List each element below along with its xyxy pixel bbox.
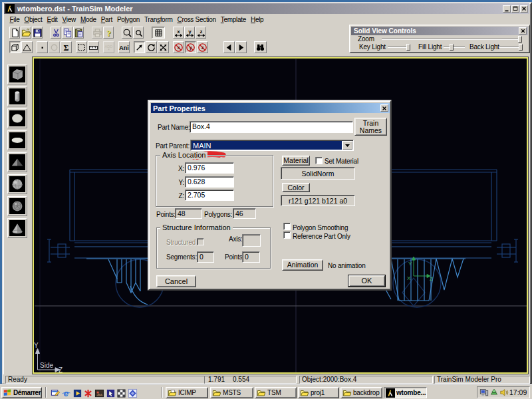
open-button[interactable] bbox=[21, 27, 31, 39]
primitive-pyramid-button[interactable] bbox=[7, 152, 27, 172]
animation-button[interactable]: Animation bbox=[282, 259, 323, 271]
titlebar[interactable]: wtombero.dst - TrainSim Modeler bbox=[4, 3, 529, 14]
key-light-slider-thumb[interactable] bbox=[406, 44, 410, 51]
menu-file[interactable]: File bbox=[7, 15, 22, 24]
tray-card-icon[interactable] bbox=[489, 388, 499, 397]
scale-button[interactable] bbox=[158, 41, 169, 53]
menu-view[interactable]: View bbox=[60, 15, 78, 24]
palette-titlebar[interactable]: Solid View Controls bbox=[351, 27, 528, 35]
primitive-cube-button[interactable] bbox=[7, 65, 27, 84]
zoom-slider-track[interactable] bbox=[382, 39, 522, 40]
part-parent-dropdown-button[interactable] bbox=[342, 141, 352, 150]
box-mode-button[interactable] bbox=[9, 41, 21, 53]
polygon-smoothing-checkbox[interactable] bbox=[283, 223, 291, 230]
quicklaunch-pattern[interactable] bbox=[116, 388, 127, 398]
palette-close-button[interactable] bbox=[519, 27, 527, 35]
ok-button[interactable]: OK bbox=[348, 275, 385, 287]
primitive-geosphere-button[interactable] bbox=[7, 196, 27, 216]
tray-volume-icon[interactable] bbox=[499, 388, 509, 397]
cut-button[interactable] bbox=[51, 27, 61, 39]
quicklaunch-image-viewer[interactable] bbox=[94, 388, 104, 398]
help-button[interactable]: ?? bbox=[103, 27, 114, 39]
lock-x-button[interactable]: x bbox=[173, 41, 184, 53]
next-part-button[interactable] bbox=[235, 41, 247, 53]
find-button[interactable] bbox=[254, 41, 267, 53]
axis-z-input[interactable]: 2.705 bbox=[185, 190, 234, 201]
add-button[interactable]: ADD bbox=[103, 41, 114, 53]
zoom-slider-thumb[interactable] bbox=[518, 36, 522, 43]
lock-z-button[interactable]: z bbox=[197, 41, 208, 53]
fill-light-slider-track[interactable] bbox=[444, 47, 465, 48]
measure-button[interactable] bbox=[88, 41, 99, 53]
menu-cross-section[interactable]: Cross Section bbox=[175, 15, 218, 24]
menu-transform[interactable]: Transform bbox=[142, 15, 175, 24]
quicklaunch-internet-explorer[interactable]: e bbox=[61, 388, 72, 398]
task-msts[interactable]: MSTS bbox=[210, 387, 253, 398]
copy-button[interactable] bbox=[62, 27, 72, 39]
cancel-button[interactable]: Cancel bbox=[156, 275, 196, 287]
grid-button[interactable] bbox=[152, 27, 165, 39]
train-names-button[interactable]: Train Names bbox=[354, 118, 387, 136]
primitive-disk-button[interactable] bbox=[7, 130, 27, 150]
point-dot-icon bbox=[37, 43, 47, 53]
task-backdrop[interactable]: backdrop bbox=[340, 387, 382, 398]
triangle-mode-button[interactable] bbox=[21, 41, 33, 53]
tray-pc-icon[interactable] bbox=[479, 388, 489, 397]
menu-object[interactable]: Object bbox=[22, 15, 45, 24]
save-button[interactable] bbox=[32, 27, 43, 39]
axis-y-input[interactable]: 0.628 bbox=[185, 176, 234, 188]
close-button[interactable] bbox=[520, 5, 528, 13]
maximize-button[interactable] bbox=[511, 5, 519, 13]
menu-edit[interactable]: Edit bbox=[45, 15, 60, 24]
lock-y-button[interactable]: y bbox=[185, 41, 196, 53]
start-button[interactable]: Démarrer bbox=[1, 387, 42, 398]
material-button[interactable]: Material bbox=[282, 156, 310, 166]
quicklaunch-pointer[interactable] bbox=[105, 388, 116, 398]
quicklaunch-media-player[interactable] bbox=[72, 388, 82, 398]
dialog-title: Part Properties bbox=[153, 104, 205, 112]
rotate-button[interactable] bbox=[146, 41, 157, 53]
axis-x-button[interactable]: x bbox=[173, 27, 184, 39]
structured-checkbox[interactable] bbox=[197, 238, 204, 245]
menu-template[interactable]: Template bbox=[218, 15, 248, 24]
select-button[interactable] bbox=[76, 41, 87, 53]
primitive-sphere-button[interactable] bbox=[7, 174, 27, 194]
task-proj1[interactable]: proj1 bbox=[298, 387, 339, 398]
move-button[interactable] bbox=[134, 41, 145, 53]
quicklaunch-star[interactable] bbox=[83, 388, 94, 398]
fill-light-slider-thumb[interactable] bbox=[450, 44, 454, 51]
minimize-button[interactable] bbox=[503, 5, 511, 13]
part-name-input[interactable]: Box.4 bbox=[190, 121, 353, 133]
dialog-close-button[interactable] bbox=[380, 104, 388, 112]
color-button[interactable]: Color bbox=[282, 183, 310, 192]
set-material-checkbox[interactable] bbox=[315, 157, 323, 164]
menu-part[interactable]: Part bbox=[98, 15, 114, 24]
menu-help[interactable]: Help bbox=[249, 15, 266, 24]
zoom-out-button[interactable] bbox=[133, 27, 144, 39]
sigma-button[interactable]: Σ bbox=[61, 41, 72, 53]
dialog-titlebar[interactable]: Part Properties bbox=[151, 103, 390, 113]
quicklaunch-kite[interactable] bbox=[127, 388, 138, 398]
print-button[interactable] bbox=[92, 27, 102, 39]
reference-part-only-checkbox[interactable] bbox=[283, 231, 291, 239]
primitive-cone-button[interactable] bbox=[7, 218, 27, 238]
axis-x-input[interactable]: 0.976 bbox=[185, 162, 234, 174]
task-tsm[interactable]: TSM bbox=[255, 387, 297, 398]
axis-y-button[interactable]: y bbox=[184, 27, 195, 39]
primitive-cylinder-button[interactable] bbox=[7, 86, 27, 106]
paste-button[interactable] bbox=[73, 27, 84, 39]
point-button[interactable] bbox=[37, 41, 48, 53]
zoom-in-button[interactable] bbox=[122, 27, 132, 39]
back-light-slider-thumb[interactable] bbox=[519, 44, 523, 51]
primitive-ellipse-button[interactable] bbox=[7, 108, 27, 128]
circle-button[interactable] bbox=[49, 41, 60, 53]
ani-button[interactable]: Ani bbox=[118, 41, 130, 53]
task-icimp[interactable]: ICIMP bbox=[166, 387, 208, 398]
quicklaunch-desktop[interactable] bbox=[50, 388, 61, 398]
previous-part-button[interactable] bbox=[223, 41, 235, 53]
menu-polygon[interactable]: Polygon bbox=[114, 15, 142, 24]
axis-z-button[interactable]: z bbox=[196, 27, 206, 39]
new-button[interactable] bbox=[9, 27, 20, 39]
menu-mode[interactable]: Mode bbox=[78, 15, 98, 24]
task-wtombero[interactable]: wtombe... bbox=[384, 387, 427, 398]
